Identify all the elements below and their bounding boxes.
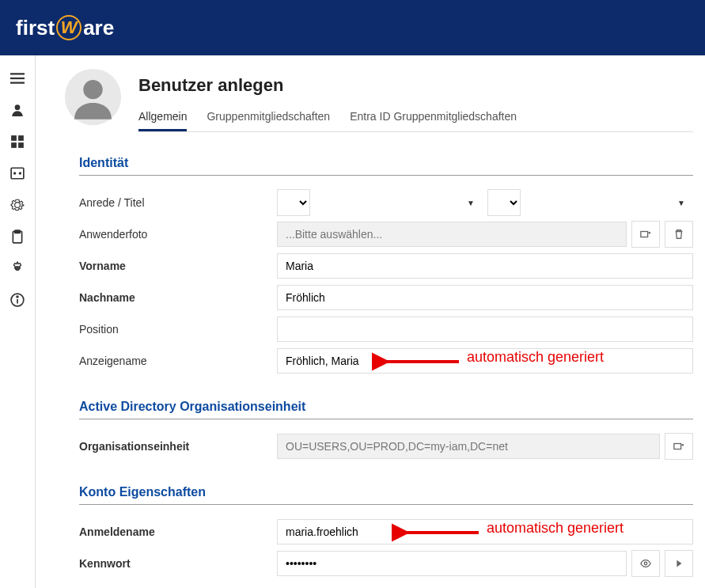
grid-icon[interactable]: [10, 135, 25, 149]
label-lastname: Nachname: [79, 291, 277, 304]
tab-allgemein[interactable]: Allgemein: [138, 110, 187, 131]
logo-prefix: first: [16, 16, 55, 40]
label-login: Anmeldename: [79, 525, 277, 538]
tab-entra[interactable]: Entra ID Gruppenmitgliedschaften: [350, 110, 517, 131]
section-title-account: Konto Eigenschaften: [79, 485, 693, 505]
label-displayname: Anzeigename: [79, 355, 277, 367]
lastname-input[interactable]: [277, 285, 693, 310]
org-icon[interactable]: [10, 166, 25, 180]
login-input[interactable]: [277, 519, 693, 544]
svg-rect-7: [18, 142, 24, 148]
photo-input[interactable]: [277, 222, 627, 247]
photo-delete-button[interactable]: [665, 221, 693, 248]
svg-rect-1: [10, 78, 25, 79]
page-title: Benutzer anlegen: [138, 75, 693, 96]
gear-icon[interactable]: [10, 261, 25, 275]
sidebar: [0, 55, 36, 588]
user-icon[interactable]: [10, 103, 25, 117]
firstname-input[interactable]: [277, 253, 693, 279]
photo-browse-button[interactable]: [631, 221, 660, 248]
settings-gear-icon[interactable]: [10, 198, 25, 212]
label-salutation: Anrede / Titel: [79, 196, 277, 209]
section-title-identity: Identität: [79, 156, 693, 176]
password-reveal-button[interactable]: [631, 550, 660, 577]
label-firstname: Vorname: [79, 260, 277, 272]
section-ou: Active Directory Organisationseinheit Or…: [79, 400, 693, 461]
app-header: first W are: [0, 0, 705, 55]
label-photo: Anwenderfoto: [79, 228, 277, 241]
section-account: Konto Eigenschaften Anmeldename automati…: [79, 485, 693, 579]
chevron-down-icon: ▼: [677, 199, 685, 207]
tab-gruppen[interactable]: Gruppenmitgliedschaften: [207, 110, 330, 131]
svg-rect-5: [18, 135, 24, 141]
logo-letter: W: [56, 15, 81, 40]
chevron-down-icon: ▼: [467, 199, 475, 207]
salutation-select[interactable]: [277, 189, 310, 216]
label-ou: Organisationseinheit: [79, 440, 277, 453]
title-select[interactable]: [487, 189, 521, 216]
logo: first W are: [16, 15, 114, 40]
section-title-ou: Active Directory Organisationseinheit: [79, 400, 693, 419]
svg-rect-6: [11, 142, 17, 148]
displayname-input[interactable]: [277, 348, 693, 374]
ou-input[interactable]: [277, 434, 660, 459]
svg-point-18: [83, 80, 102, 99]
logo-suffix: are: [83, 16, 114, 40]
svg-rect-19: [641, 232, 648, 237]
svg-rect-12: [15, 230, 21, 233]
svg-point-16: [17, 296, 18, 298]
svg-point-9: [13, 172, 16, 174]
ou-browse-button[interactable]: [665, 433, 693, 460]
avatar-placeholder-icon: [63, 67, 123, 127]
main-content: Benutzer anlegen Allgemein Gruppenmitgli…: [36, 55, 705, 588]
svg-rect-2: [10, 82, 25, 84]
svg-rect-8: [11, 168, 24, 179]
info-icon[interactable]: [10, 293, 25, 307]
svg-point-3: [15, 104, 21, 110]
password-generate-button[interactable]: [665, 550, 693, 577]
svg-rect-0: [10, 73, 25, 74]
svg-rect-21: [674, 444, 681, 450]
svg-point-10: [19, 172, 21, 174]
menu-icon[interactable]: [10, 71, 25, 85]
password-input[interactable]: [277, 551, 627, 576]
label-password: Kennwort: [79, 557, 277, 570]
position-input[interactable]: [277, 317, 693, 342]
clipboard-icon[interactable]: [10, 230, 25, 244]
svg-rect-4: [11, 135, 17, 141]
tabs: Allgemein Gruppenmitgliedschaften Entra …: [138, 110, 693, 132]
svg-point-23: [644, 562, 647, 565]
label-position: Position: [79, 323, 277, 336]
section-identity: Identität Anrede / Titel ▼ ▼ Anwenderfot…: [79, 156, 693, 376]
